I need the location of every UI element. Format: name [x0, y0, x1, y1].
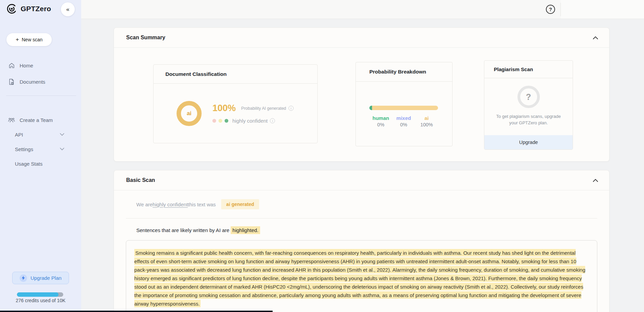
- question-mark-icon: ?: [518, 86, 540, 108]
- top-bar: ?: [81, 0, 644, 19]
- confidence-suffix: this text was: [188, 202, 216, 207]
- credits-usage-text: 276 credits used of 10K: [0, 298, 81, 303]
- scan-summary-panel: Scan Summary Document Classification ai …: [114, 27, 610, 162]
- sidebar-item-label: Documents: [20, 79, 45, 85]
- sidebar-collapse-button[interactable]: «: [61, 2, 75, 16]
- scan-summary-title: Scan Summary: [126, 35, 165, 41]
- new-scan-button[interactable]: + New scan: [6, 33, 52, 46]
- probability-breakdown-title: Probability Breakdown: [356, 62, 452, 82]
- info-icon[interactable]: i: [289, 106, 294, 111]
- collapse-section-button[interactable]: [592, 34, 599, 41]
- basic-scan-panel: Basic Scan We are highly confident this …: [114, 170, 610, 312]
- sidebar-item-label: Home: [20, 63, 33, 68]
- probability-value: 100%: [212, 103, 236, 113]
- category-value: 100%: [420, 122, 433, 127]
- gptzero-app: GPTZero « + New scan Home: [0, 0, 644, 312]
- confidence-dots: [212, 119, 228, 123]
- ai-probability-donut: ai: [177, 101, 202, 126]
- sidebar-item-create-team[interactable]: Create a Team: [8, 114, 76, 126]
- confidence-emphasis[interactable]: highly confident: [153, 202, 188, 207]
- sidebar-item-documents[interactable]: Documents: [8, 76, 76, 87]
- chevron-down-icon: [60, 148, 64, 150]
- highlight-explanation: Sentences that are likely written by AI …: [114, 219, 609, 233]
- basic-scan-header: Basic Scan: [114, 170, 609, 190]
- confidence-statement-row: We are highly confident this text was ai…: [126, 190, 597, 219]
- question-glyph: ?: [526, 92, 531, 102]
- collapse-icon: «: [66, 6, 69, 13]
- breakdown-category-human: human 0%: [369, 115, 392, 127]
- document-classification-card: Document Classification ai 100% Probabil…: [153, 64, 318, 143]
- scanned-document-text: Smoking remains a significant public hea…: [134, 248, 589, 308]
- credits-progress-fill: [17, 292, 59, 297]
- info-glyph: i: [291, 106, 291, 110]
- chevron-down-icon: [60, 133, 64, 136]
- confidence-dot-high: [225, 119, 228, 123]
- upgrade-plan-button[interactable]: Upgrade Plan: [12, 272, 69, 284]
- upgrade-plan-label: Upgrade Plan: [30, 275, 62, 281]
- bar-segment-ai: [372, 106, 438, 110]
- ai-highlighted-sentences: Smoking remains a significant public hea…: [134, 249, 585, 307]
- breakdown-category-ai: ai 100%: [415, 115, 438, 127]
- sidebar-item-settings[interactable]: Settings: [15, 144, 76, 154]
- basic-scan-title: Basic Scan: [126, 177, 155, 183]
- sidebar-item-home[interactable]: Home: [8, 60, 76, 71]
- highlighted-word: highlighted.: [231, 226, 260, 234]
- probability-breakdown-bar: [369, 106, 438, 110]
- sidebar-item-label: Settings: [15, 146, 33, 152]
- home-icon: [8, 62, 15, 69]
- plagiarism-upgrade-button[interactable]: Upgrade: [484, 135, 573, 149]
- credits-progress-bar: [17, 292, 63, 297]
- sidebar: GPTZero « + New scan Home: [0, 0, 81, 312]
- sidebar-divider: [6, 96, 76, 96]
- category-label: human: [372, 115, 389, 121]
- main-content: Scan Summary Document Classification ai …: [81, 19, 644, 312]
- upgrade-label: Upgrade: [519, 140, 538, 145]
- plus-icon: +: [16, 36, 19, 43]
- document-classification-title: Document Classification: [154, 65, 317, 84]
- info-glyph: i: [272, 119, 273, 123]
- highlight-note-prefix: Sentences that are likely written by AI …: [136, 227, 231, 233]
- plagiarism-scan-title: Plagiarism Scan: [484, 61, 573, 78]
- lightning-bolt-icon: [20, 274, 27, 282]
- plagiarism-upgrade-message: To get plagiarism scans, upgrade your GP…: [492, 113, 565, 126]
- top-bar-account-area: [561, 0, 644, 19]
- documents-icon: [8, 79, 15, 85]
- category-value: 0%: [377, 122, 384, 127]
- sidebar-item-label: Usage Stats: [15, 161, 43, 167]
- brand-name: GPTZero: [21, 5, 51, 13]
- donut-label: ai: [187, 110, 191, 117]
- sidebar-item-label: Create a Team: [20, 117, 53, 123]
- brand-logo-row: GPTZero: [6, 3, 51, 15]
- ai-generated-badge: ai generated: [221, 199, 259, 209]
- category-label: mixed: [396, 115, 411, 121]
- help-icon: ?: [549, 6, 552, 12]
- scan-summary-header: Scan Summary: [114, 28, 609, 48]
- category-value: 0%: [400, 122, 407, 127]
- confidence-prefix: We are: [136, 202, 153, 207]
- category-label: ai: [424, 115, 429, 121]
- probability-breakdown-card: Probability Breakdown human 0% mixed: [355, 62, 453, 146]
- sidebar-item-label: API: [15, 132, 23, 138]
- probability-label: Probability AI generated: [241, 106, 286, 111]
- confidence-label: highly confident: [232, 118, 268, 124]
- bar-segment-human: [369, 106, 372, 110]
- help-button[interactable]: ?: [546, 5, 555, 14]
- gptzero-logo-icon: [6, 3, 18, 15]
- sidebar-item-usage-stats[interactable]: Usage Stats: [15, 159, 76, 169]
- team-icon: [8, 117, 15, 123]
- breakdown-category-mixed: mixed 0%: [392, 115, 415, 127]
- document-classification-body: ai 100% Probability AI generated i: [154, 84, 317, 143]
- info-icon[interactable]: i: [270, 118, 275, 123]
- confidence-dot-low: [212, 119, 216, 123]
- confidence-dot-medium: [218, 119, 222, 123]
- screen-bottom-edge: [0, 311, 273, 312]
- plagiarism-scan-card: Plagiarism Scan ? To get plagiarism scan…: [484, 60, 573, 150]
- scanned-document-box: Smoking remains a significant public hea…: [126, 240, 597, 312]
- top-bar-divider: [560, 3, 561, 16]
- collapse-section-button[interactable]: [592, 176, 599, 184]
- sidebar-item-api[interactable]: API: [15, 129, 76, 140]
- new-scan-label: New scan: [22, 37, 42, 42]
